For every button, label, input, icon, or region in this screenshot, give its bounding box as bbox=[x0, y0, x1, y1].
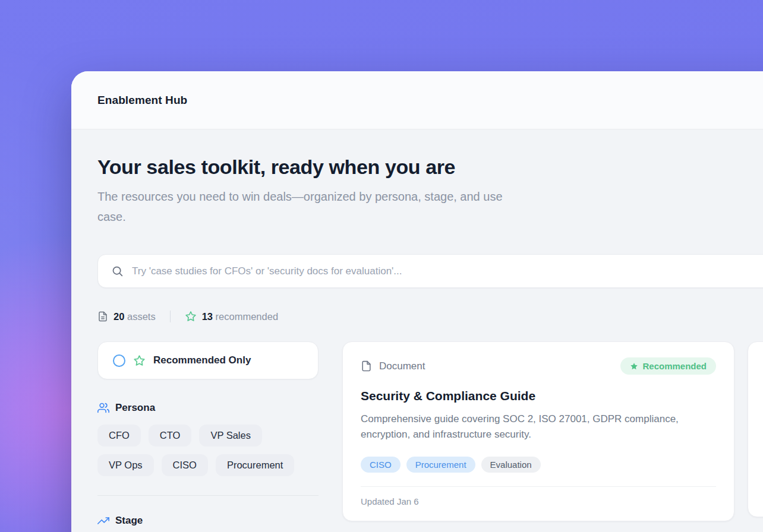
recommended-only-radio[interactable] bbox=[113, 354, 125, 367]
persona-chips: CFO CTO VP Sales VP Ops CISO Procurement bbox=[97, 425, 319, 476]
content-area: Recommended Only Persona CFO CTO VP Sale… bbox=[97, 341, 763, 527]
page-subtitle: The resources you need to win deals—orga… bbox=[97, 186, 525, 227]
recommended-badge-label: Recommended bbox=[642, 361, 707, 371]
users-icon bbox=[97, 402, 109, 414]
recommended-badge: Recommended bbox=[620, 357, 716, 375]
asset-updated-date: Updated Jan 6 bbox=[361, 496, 716, 506]
stage-section-label: Stage bbox=[115, 515, 143, 527]
assets-count: 20 bbox=[113, 311, 124, 322]
star-outline-icon bbox=[133, 354, 146, 367]
recommended-label: recommended bbox=[216, 311, 278, 322]
search-bar[interactable] bbox=[97, 254, 763, 288]
stats-divider bbox=[170, 311, 171, 322]
page-title: Your sales toolkit, ready when you are bbox=[97, 154, 763, 179]
window-body: Your sales toolkit, ready when you are T… bbox=[71, 129, 763, 527]
search-input[interactable] bbox=[132, 265, 763, 277]
asset-card-divider bbox=[361, 486, 716, 487]
persona-chip-procurement[interactable]: Procurement bbox=[216, 454, 294, 476]
recommended-count: 13 bbox=[202, 311, 213, 322]
desktop-background: Enablement Hub Your sales toolkit, ready… bbox=[0, 0, 763, 532]
trending-up-icon bbox=[97, 515, 109, 527]
stats-row: 20 assets 13 recommended bbox=[97, 311, 763, 322]
persona-chip-cto[interactable]: CTO bbox=[149, 425, 192, 446]
search-icon bbox=[111, 265, 124, 277]
star-filled-icon bbox=[630, 362, 638, 370]
file-text-icon bbox=[97, 311, 108, 322]
asset-type-label: Document bbox=[379, 360, 425, 372]
persona-chip-cfo[interactable]: CFO bbox=[97, 425, 141, 446]
tag-evaluation[interactable]: Evaluation bbox=[481, 457, 541, 473]
asset-title: Security & Compliance Guide bbox=[361, 389, 716, 403]
star-outline-icon bbox=[185, 311, 197, 322]
enablement-hub-window: Enablement Hub Your sales toolkit, ready… bbox=[71, 71, 763, 532]
persona-section-label: Persona bbox=[115, 402, 155, 414]
asset-card-header: Document Recommended bbox=[361, 357, 716, 375]
tag-ciso[interactable]: CISO bbox=[361, 457, 401, 473]
assets-label: assets bbox=[127, 311, 156, 322]
persona-chip-vp-ops[interactable]: VP Ops bbox=[97, 454, 154, 476]
tag-procurement[interactable]: Procurement bbox=[406, 457, 475, 473]
assets-stat: 20 assets bbox=[97, 311, 156, 322]
recommended-stat: 13 recommended bbox=[185, 311, 278, 322]
asset-tags: CISO Procurement Evaluation bbox=[361, 457, 716, 473]
filters-sidebar: Recommended Only Persona CFO CTO VP Sale… bbox=[97, 341, 319, 527]
asset-cards-row: Document Recommended Security & Complian… bbox=[342, 341, 763, 521]
recommended-only-label: Recommended Only bbox=[153, 354, 251, 366]
document-icon bbox=[361, 360, 372, 372]
asset-description: Comprehensive guide covering SOC 2, ISO … bbox=[361, 411, 716, 442]
app-title: Enablement Hub bbox=[97, 94, 187, 107]
persona-chip-ciso[interactable]: CISO bbox=[162, 454, 208, 476]
recommended-only-toggle[interactable]: Recommended Only bbox=[97, 341, 319, 379]
persona-section-header: Persona bbox=[97, 402, 319, 414]
sidebar-divider bbox=[97, 495, 319, 496]
asset-card-security-compliance-guide[interactable]: Document Recommended Security & Complian… bbox=[342, 341, 734, 521]
persona-chip-vp-sales[interactable]: VP Sales bbox=[199, 425, 262, 446]
window-header: Enablement Hub bbox=[71, 71, 763, 129]
stage-section-header: Stage bbox=[97, 515, 319, 527]
asset-card-partial[interactable] bbox=[748, 341, 763, 517]
